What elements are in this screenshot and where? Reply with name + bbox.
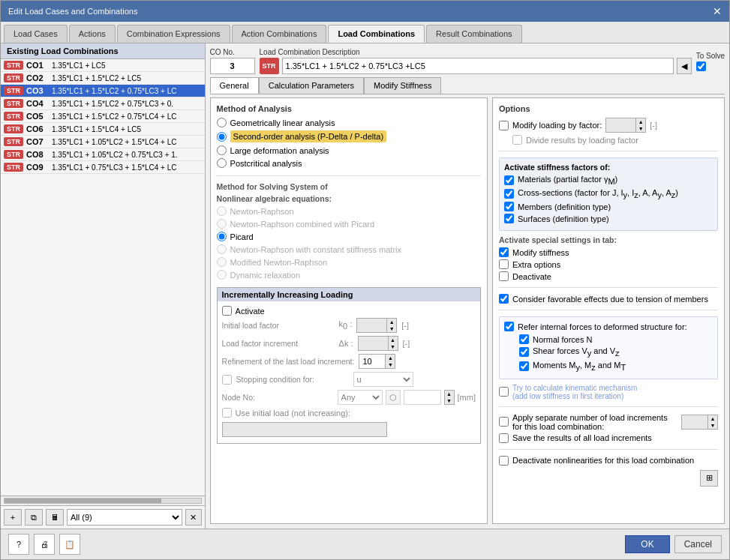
str-badge: STR xyxy=(4,73,23,82)
close-icon[interactable]: ✕ xyxy=(713,5,722,17)
load-increment-sym: Δk : xyxy=(339,339,353,348)
desc-arrow-button[interactable]: ◀ xyxy=(677,58,692,74)
initial-load-row: Initial load factor k0 : ▲ ▼ [-] xyxy=(222,318,476,333)
co-label: CO8 xyxy=(26,150,47,159)
divider-1 xyxy=(217,175,481,176)
list-item[interactable]: STR CO8 1.35*LC1 + 1.05*LC2 + 0.75*LC3 +… xyxy=(1,148,205,161)
refinement-spinner: ▲ ▼ xyxy=(359,354,395,369)
modify-loading-up: ▲ xyxy=(636,118,645,125)
apply-separate-checkbox[interactable] xyxy=(499,417,509,427)
node-browse-button: ⬡ xyxy=(386,390,401,405)
radio-picard[interactable]: Picard xyxy=(217,232,481,241)
deactivate-nonlinear-checkbox[interactable] xyxy=(499,456,509,466)
tab-modify-stiffness[interactable]: Modify Stiffness xyxy=(364,77,441,94)
scrollbar-area xyxy=(1,496,205,505)
combo-formula: 1.35*LC1 + 0.75*LC3 + 1.5*LC4 + LC xyxy=(52,163,177,172)
duplicate-combo-button[interactable]: ⧉ xyxy=(25,509,43,526)
tab-result-combinations[interactable]: Result Combinations xyxy=(426,25,522,43)
modify-stiffness-label: Modify stiffness xyxy=(512,248,569,257)
cross-sections-label: Cross-sections (factor for J, Iy, Iz, A,… xyxy=(518,188,678,199)
initial-load-sym: k0 : xyxy=(339,319,353,331)
ok-button[interactable]: OK xyxy=(625,535,669,553)
modify-loading-input xyxy=(605,118,635,133)
tab-general[interactable]: General xyxy=(210,77,259,94)
tab-load-combinations[interactable]: Load Combinations xyxy=(328,25,425,43)
radio-postcritical[interactable]: Postcritical analysis xyxy=(217,158,481,168)
tab-actions[interactable]: Actions xyxy=(69,25,116,43)
list-item[interactable]: STR CO2 1.35*LC1 + 1.5*LC2 + LC5 xyxy=(1,72,205,85)
list-item[interactable]: STR CO7 1.35*LC1 + 1.05*LC2 + 1.5*LC4 + … xyxy=(1,136,205,148)
filter-select[interactable]: All (9) xyxy=(67,509,182,526)
radio-second-order[interactable]: Second-order analysis (P-Delta / P-delta… xyxy=(217,130,481,142)
combo-formula: 1.35*LC1 + 1.5*LC2 + LC5 xyxy=(52,74,141,82)
export-button[interactable]: 📋 xyxy=(59,534,80,555)
node-unit: [mm] xyxy=(458,393,476,402)
panels-row: Method of Analysis Geometrically linear … xyxy=(210,97,725,524)
load-increment-btns: ▲ ▼ xyxy=(388,336,398,351)
refinement-down: ▼ xyxy=(386,361,395,368)
modify-loading-checkbox[interactable] xyxy=(499,121,509,130)
refer-title-row: Refer internal forces to deformed struct… xyxy=(504,322,713,331)
divider-3 xyxy=(499,287,718,288)
kinematic-checkbox[interactable] xyxy=(499,387,509,397)
radio-newton-raphson[interactable]: Newton-Raphson xyxy=(217,206,481,216)
co-label: CO6 xyxy=(26,124,47,133)
list-item[interactable]: STR CO9 1.35*LC1 + 0.75*LC3 + 1.5*LC4 + … xyxy=(1,161,205,174)
tab-load-cases[interactable]: Load Cases xyxy=(4,25,68,43)
save-results-checkbox[interactable] xyxy=(499,433,509,443)
to-solve-checkbox[interactable] xyxy=(696,61,706,71)
cross-sections-checkbox[interactable] xyxy=(504,189,514,199)
normal-forces-checkbox[interactable] xyxy=(519,334,529,344)
bottom-icons: ? 🖨 📋 xyxy=(8,534,80,555)
options-grid-button[interactable]: ⊞ xyxy=(700,470,718,487)
str-badge: STR xyxy=(4,150,23,159)
use-initial-input-row xyxy=(222,421,476,439)
radio-geo-linear[interactable]: Geometrically linear analysis xyxy=(217,118,481,127)
extra-options-label: Extra options xyxy=(512,260,560,269)
tab-action-combinations[interactable]: Action Combinations xyxy=(232,25,327,43)
deactivate-special-checkbox[interactable] xyxy=(499,271,509,281)
radio-dynamic-relax[interactable]: Dynamic relaxation xyxy=(217,270,481,280)
apply-separate-btns: ▲ ▼ xyxy=(707,415,718,430)
cancel-button[interactable]: Cancel xyxy=(674,535,722,553)
initial-load-unit: [-] xyxy=(401,321,409,330)
surfaces-checkbox[interactable] xyxy=(504,214,514,223)
tab-combination-expressions[interactable]: Combination Expressions xyxy=(117,25,230,43)
co-no-value: 3 xyxy=(210,58,255,74)
radio-newton-constant[interactable]: Newton-Raphson with constant stiffness m… xyxy=(217,244,481,254)
apply-separate-up: ▲ xyxy=(708,415,717,422)
radio-large-deform[interactable]: Large deformation analysis xyxy=(217,145,481,155)
radio-modified-newton[interactable]: Modified Newton-Raphson xyxy=(217,257,481,267)
add-combo-button[interactable]: + xyxy=(4,509,22,526)
list-item-selected[interactable]: STR CO3 1.35*LC1 + 1.5*LC2 + 0.75*LC3 + … xyxy=(1,85,205,97)
tab-calc-params[interactable]: Calculation Parameters xyxy=(259,77,364,94)
materials-checkbox[interactable] xyxy=(504,175,514,185)
info-button[interactable]: ? xyxy=(8,534,29,555)
list-item[interactable]: STR CO5 1.35*LC1 + 1.5*LC2 + 0.75*LC4 + … xyxy=(1,110,205,123)
remove-filter-button[interactable]: ✕ xyxy=(185,509,202,526)
calc-combo-button[interactable]: 🖩 xyxy=(46,509,64,526)
load-increment-up: ▲ xyxy=(389,337,398,343)
activate-checkbox[interactable] xyxy=(222,306,232,316)
initial-load-spinner: ▲ ▼ xyxy=(356,318,397,333)
radio-newton-picard[interactable]: Newton-Raphson combined with Picard xyxy=(217,219,481,229)
apply-separate-down: ▼ xyxy=(708,422,717,429)
normal-forces-label: Normal forces N xyxy=(533,335,592,344)
desc-input[interactable] xyxy=(282,58,674,74)
members-checkbox[interactable] xyxy=(504,202,514,211)
save-results-row: Save the results of all load increments xyxy=(499,433,718,443)
modify-stiffness-checkbox[interactable] xyxy=(499,247,509,257)
inner-tab-bar: General Calculation Parameters Modify St… xyxy=(210,77,725,94)
shear-forces-checkbox[interactable] xyxy=(519,347,529,357)
stopping-select: u xyxy=(353,372,413,387)
moments-checkbox[interactable] xyxy=(519,361,529,371)
list-item[interactable]: STR CO6 1.35*LC1 + 1.5*LC4 + LC5 xyxy=(1,123,205,136)
list-item[interactable]: STR CO4 1.35*LC1 + 1.5*LC2 + 0.75*LC3 + … xyxy=(1,97,205,110)
extra-options-checkbox[interactable] xyxy=(499,259,509,269)
list-item[interactable]: STR CO1 1.35*LC1 + LC5 xyxy=(1,59,205,72)
tension-checkbox[interactable] xyxy=(499,294,509,304)
use-initial-label: Use initial load (not increasing): xyxy=(236,409,350,418)
refer-checkbox[interactable] xyxy=(504,322,514,331)
refer-section: Refer internal forces to deformed struct… xyxy=(499,316,718,379)
print-button[interactable]: 🖨 xyxy=(34,534,55,555)
